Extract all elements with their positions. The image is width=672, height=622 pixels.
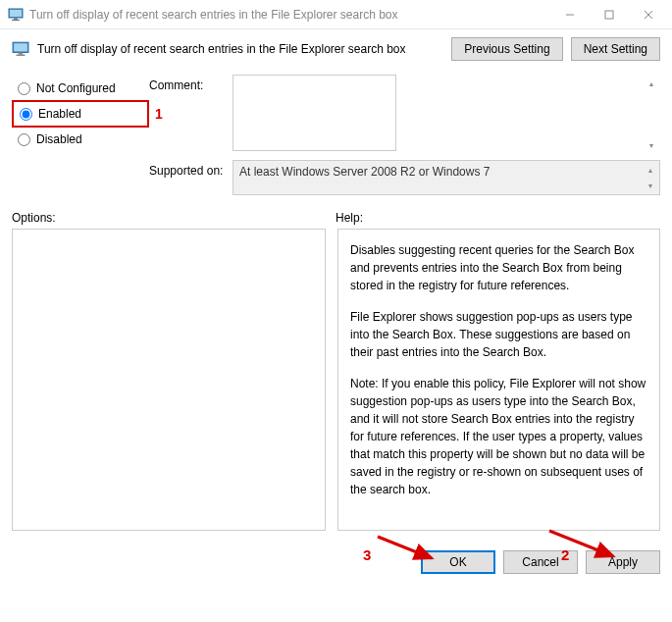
supported-value-box: At least Windows Server 2008 R2 or Windo… (233, 160, 660, 195)
svg-rect-2 (14, 18, 18, 20)
svg-rect-11 (17, 55, 26, 56)
svg-rect-10 (19, 52, 24, 54)
help-paragraph-1: Disables suggesting recent queries for t… (350, 241, 647, 294)
options-label: Options: (12, 211, 336, 225)
scroll-down-icon[interactable]: ▾ (644, 179, 657, 192)
panels-row: Disables suggesting recent queries for t… (12, 229, 660, 531)
panels-header: Options: Help: (12, 211, 660, 225)
header-row: Turn off display of recent search entrie… (12, 37, 660, 61)
maximize-button[interactable] (590, 1, 629, 28)
annotation-1: 1 (155, 106, 163, 122)
config-row: Not Configured Enabled 1 Disabled Commen… (12, 75, 660, 195)
content-area: Turn off display of recent search entrie… (0, 29, 672, 539)
window-title: Turn off display of recent search entrie… (29, 8, 550, 22)
next-setting-button[interactable]: Next Setting (571, 37, 660, 61)
minimize-button[interactable] (550, 1, 590, 28)
svg-rect-5 (605, 11, 613, 19)
scroll-down-icon[interactable]: ▾ (645, 138, 658, 152)
help-label: Help: (336, 211, 363, 225)
radio-not-configured[interactable]: Not Configured (12, 77, 149, 100)
policy-window-icon (8, 7, 24, 23)
annotation-3: 3 (363, 546, 371, 563)
supported-row: Supported on: At least Windows Server 20… (149, 160, 660, 195)
scroll-up-icon[interactable]: ▴ (645, 77, 658, 90)
comment-area: Comment: ▴ ▾ Supported on: At least Wind… (149, 75, 660, 195)
radio-enabled-label: Enabled (38, 107, 81, 121)
radio-enabled-input[interactable] (20, 108, 32, 121)
radio-disabled-input[interactable] (18, 133, 30, 146)
radio-disabled[interactable]: Disabled (12, 128, 149, 151)
help-paragraph-2: File Explorer shows suggestion pop-ups a… (350, 308, 647, 361)
close-button[interactable] (629, 1, 668, 28)
window-controls (550, 1, 668, 28)
ok-button[interactable]: OK (421, 550, 495, 574)
scroll-up-icon[interactable]: ▴ (644, 163, 657, 177)
titlebar: Turn off display of recent search entrie… (0, 0, 672, 29)
options-panel (12, 229, 326, 531)
supported-value: At least Windows Server 2008 R2 or Windo… (239, 165, 490, 179)
supported-label: Supported on: (149, 160, 233, 178)
footer: 3 2 OK Cancel Apply (0, 539, 672, 586)
radio-disabled-label: Disabled (36, 132, 82, 146)
radio-enabled[interactable]: Enabled 1 (12, 100, 149, 128)
annotation-2: 2 (561, 546, 569, 563)
state-radio-group: Not Configured Enabled 1 Disabled (12, 75, 149, 195)
previous-setting-button[interactable]: Previous Setting (451, 37, 562, 61)
apply-button[interactable]: Apply (586, 550, 660, 574)
policy-icon (12, 40, 29, 58)
comment-label: Comment: (149, 75, 233, 92)
help-paragraph-3: Note: If you enable this policy, File Ex… (350, 375, 647, 498)
svg-rect-3 (12, 20, 20, 21)
policy-title: Turn off display of recent search entrie… (37, 42, 443, 56)
radio-not-configured-input[interactable] (18, 82, 30, 95)
comment-input[interactable] (233, 75, 396, 151)
help-panel: Disables suggesting recent queries for t… (337, 229, 660, 531)
svg-rect-1 (10, 10, 22, 17)
comment-row: Comment: ▴ ▾ (149, 75, 660, 154)
svg-rect-9 (14, 43, 27, 51)
radio-not-configured-label: Not Configured (36, 81, 116, 95)
